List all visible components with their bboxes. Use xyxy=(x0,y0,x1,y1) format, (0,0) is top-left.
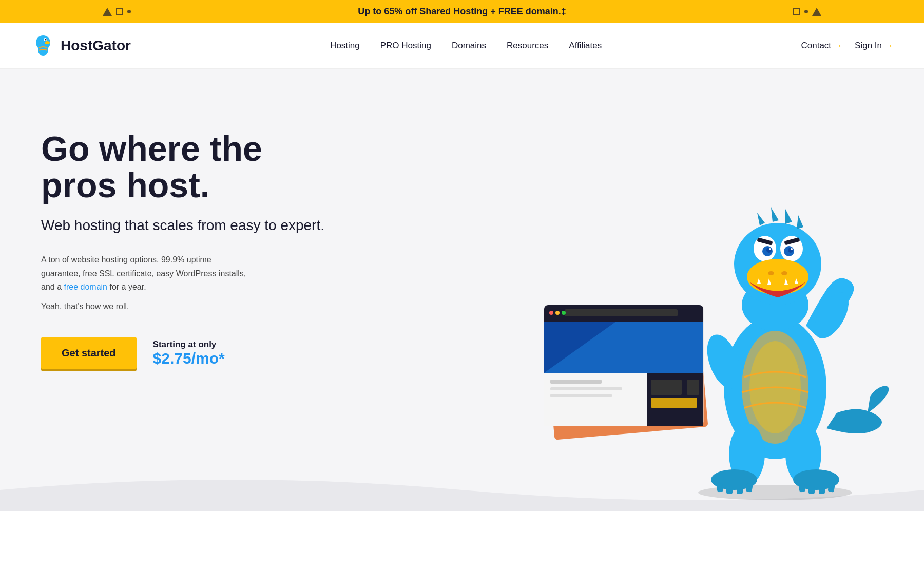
hero-desc-part2: for a year. xyxy=(107,282,146,291)
contact-link[interactable]: Contact → xyxy=(801,41,842,51)
nav-item-hosting[interactable]: Hosting xyxy=(330,41,360,51)
pricing-amount: $2.75/mo* xyxy=(153,350,225,367)
svg-marker-43 xyxy=(757,213,765,225)
svg-rect-38 xyxy=(808,486,815,494)
header-actions: Contact → Sign In → xyxy=(801,41,893,51)
shape-square-1 xyxy=(116,8,123,15)
svg-point-13 xyxy=(562,311,566,315)
hero-description: A ton of website hosting options, 99.9% … xyxy=(41,253,246,294)
signin-arrow-icon: → xyxy=(884,41,893,51)
contact-label: Contact xyxy=(801,41,831,51)
banner-text: Up to 65% off Shared Hosting + FREE doma… xyxy=(358,6,566,17)
logo-gator-icon xyxy=(31,32,55,59)
hero-tagline: Yeah, that's how we roll. xyxy=(41,302,329,311)
svg-point-62 xyxy=(768,271,774,275)
shape-triangle-2 xyxy=(812,8,821,16)
svg-rect-19 xyxy=(550,387,622,390)
top-banner: Up to 65% off Shared Hosting + FREE doma… xyxy=(0,0,924,23)
shape-square-2 xyxy=(793,8,800,15)
svg-point-55 xyxy=(769,248,771,250)
svg-point-53 xyxy=(766,248,772,253)
svg-rect-20 xyxy=(550,394,612,397)
svg-point-11 xyxy=(549,311,553,315)
nav-item-affiliates[interactable]: Affiliates xyxy=(569,41,602,51)
hero-cta-row: Get started Starting at only $2.75/mo* xyxy=(41,337,329,369)
gator-mascot xyxy=(657,141,893,511)
site-header: HostGator Hosting PRO Hosting Domains Re… xyxy=(0,23,924,69)
banner-shapes-right xyxy=(793,8,821,16)
svg-point-4 xyxy=(45,39,47,41)
get-started-button[interactable]: Get started xyxy=(41,337,137,369)
nav-item-pro-hosting[interactable]: PRO Hosting xyxy=(380,41,431,51)
svg-marker-45 xyxy=(785,209,792,224)
logo-text: HostGator xyxy=(61,37,131,54)
banner-shapes-left xyxy=(103,8,131,16)
cta-pricing: Starting at only $2.75/mo* xyxy=(153,339,225,367)
signin-label: Sign In xyxy=(855,41,882,51)
nav-item-resources[interactable]: Resources xyxy=(507,41,548,51)
hero-section: Go where the pros host. Web hosting that… xyxy=(0,69,924,511)
signin-link[interactable]: Sign In → xyxy=(855,41,893,51)
free-domain-link[interactable]: free domain xyxy=(64,282,107,291)
svg-point-5 xyxy=(45,41,50,44)
shape-dot-1 xyxy=(127,10,131,13)
hero-subtitle: Web hosting that scales from easy to exp… xyxy=(41,216,329,235)
hero-content: Go where the pros host. Web hosting that… xyxy=(41,110,329,369)
nav-item-domains[interactable]: Domains xyxy=(452,41,486,51)
svg-point-63 xyxy=(781,271,787,275)
pricing-label: Starting at only xyxy=(153,339,225,350)
shape-triangle-1 xyxy=(103,8,112,16)
hero-title: Go where the pros host. xyxy=(41,130,329,204)
svg-rect-18 xyxy=(550,380,602,384)
svg-marker-46 xyxy=(797,215,803,229)
svg-rect-33 xyxy=(737,486,743,494)
logo-link[interactable]: HostGator xyxy=(31,32,131,59)
svg-point-12 xyxy=(555,311,560,315)
svg-point-57 xyxy=(747,259,808,295)
svg-point-54 xyxy=(788,248,793,253)
svg-point-56 xyxy=(791,248,793,250)
svg-rect-32 xyxy=(726,486,733,494)
svg-rect-39 xyxy=(819,486,825,494)
svg-marker-44 xyxy=(771,207,779,222)
contact-arrow-icon: → xyxy=(833,41,842,51)
main-nav: Hosting PRO Hosting Domains Resources Af… xyxy=(131,41,801,51)
shape-dot-2 xyxy=(804,10,808,13)
